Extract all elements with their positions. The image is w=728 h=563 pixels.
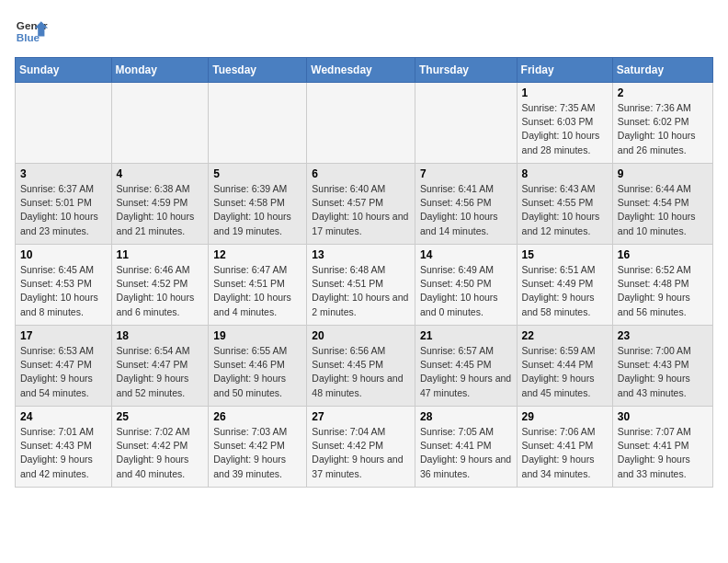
calendar-cell: 16Sunrise: 6:52 AM Sunset: 4:48 PM Dayli… [612,245,712,326]
day-number: 2 [618,86,708,99]
calendar-cell: 22Sunrise: 6:59 AM Sunset: 4:44 PM Dayli… [517,326,612,407]
day-info: Sunrise: 6:39 AM Sunset: 4:58 PM Dayligh… [213,182,301,238]
day-number: 8 [522,167,608,180]
calendar-cell: 27Sunrise: 7:04 AM Sunset: 4:42 PM Dayli… [307,407,415,488]
day-number: 12 [213,248,301,261]
day-number: 25 [117,410,204,423]
day-number: 21 [420,329,512,342]
day-info: Sunrise: 7:00 AM Sunset: 4:43 PM Dayligh… [618,344,708,400]
calendar-cell: 12Sunrise: 6:47 AM Sunset: 4:51 PM Dayli… [209,245,307,326]
day-number: 9 [618,167,708,180]
calendar-cell [209,83,307,164]
day-number: 16 [618,248,708,261]
day-info: Sunrise: 6:45 AM Sunset: 4:53 PM Dayligh… [20,263,107,319]
calendar-cell: 20Sunrise: 6:56 AM Sunset: 4:45 PM Dayli… [307,326,415,407]
calendar-cell: 11Sunrise: 6:46 AM Sunset: 4:52 PM Dayli… [111,245,209,326]
day-number: 15 [522,248,608,261]
day-info: Sunrise: 6:51 AM Sunset: 4:49 PM Dayligh… [522,263,608,319]
calendar-cell: 1Sunrise: 7:35 AM Sunset: 6:03 PM Daylig… [517,83,612,164]
calendar-cell [307,83,415,164]
header-thursday: Thursday [415,58,517,83]
day-number: 11 [117,248,204,261]
calendar-cell: 21Sunrise: 6:57 AM Sunset: 4:45 PM Dayli… [415,326,517,407]
svg-text:Blue: Blue [17,31,40,43]
day-info: Sunrise: 7:02 AM Sunset: 4:42 PM Dayligh… [117,425,204,481]
day-number: 30 [618,410,708,423]
day-info: Sunrise: 7:07 AM Sunset: 4:41 PM Dayligh… [618,425,708,481]
calendar-cell: 30Sunrise: 7:07 AM Sunset: 4:41 PM Dayli… [612,407,712,488]
day-number: 26 [213,410,301,423]
day-number: 19 [213,329,301,342]
calendar-cell [16,83,112,164]
day-info: Sunrise: 6:47 AM Sunset: 4:51 PM Dayligh… [213,263,301,319]
calendar-cell: 19Sunrise: 6:55 AM Sunset: 4:46 PM Dayli… [209,326,307,407]
page-header: General Blue [15,15,713,48]
day-number: 28 [420,410,512,423]
calendar-cell [111,83,209,164]
day-number: 14 [420,248,512,261]
header-tuesday: Tuesday [209,58,307,83]
day-info: Sunrise: 6:46 AM Sunset: 4:52 PM Dayligh… [117,263,204,319]
calendar-cell: 13Sunrise: 6:48 AM Sunset: 4:51 PM Dayli… [307,245,415,326]
calendar-cell: 3Sunrise: 6:37 AM Sunset: 5:01 PM Daylig… [16,164,112,245]
calendar-cell: 15Sunrise: 6:51 AM Sunset: 4:49 PM Dayli… [517,245,612,326]
header-sunday: Sunday [16,58,112,83]
day-number: 27 [312,410,410,423]
day-info: Sunrise: 6:55 AM Sunset: 4:46 PM Dayligh… [213,344,301,400]
calendar-header-row: SundayMondayTuesdayWednesdayThursdayFrid… [16,58,713,83]
day-info: Sunrise: 6:52 AM Sunset: 4:48 PM Dayligh… [618,263,708,319]
logo: General Blue [15,15,48,48]
calendar-cell: 7Sunrise: 6:41 AM Sunset: 4:56 PM Daylig… [415,164,517,245]
day-number: 18 [117,329,204,342]
day-number: 29 [522,410,608,423]
calendar-cell: 6Sunrise: 6:40 AM Sunset: 4:57 PM Daylig… [307,164,415,245]
day-number: 5 [213,167,301,180]
calendar-cell: 8Sunrise: 6:43 AM Sunset: 4:55 PM Daylig… [517,164,612,245]
calendar-cell: 9Sunrise: 6:44 AM Sunset: 4:54 PM Daylig… [612,164,712,245]
day-number: 22 [522,329,608,342]
day-info: Sunrise: 6:53 AM Sunset: 4:47 PM Dayligh… [20,344,107,400]
calendar-week-4: 24Sunrise: 7:01 AM Sunset: 4:43 PM Dayli… [16,407,713,488]
calendar-cell: 14Sunrise: 6:49 AM Sunset: 4:50 PM Dayli… [415,245,517,326]
header-friday: Friday [517,58,612,83]
day-info: Sunrise: 7:05 AM Sunset: 4:41 PM Dayligh… [420,425,512,481]
day-info: Sunrise: 6:38 AM Sunset: 4:59 PM Dayligh… [117,182,204,238]
calendar-cell: 29Sunrise: 7:06 AM Sunset: 4:41 PM Dayli… [517,407,612,488]
day-number: 20 [312,329,410,342]
calendar-cell: 5Sunrise: 6:39 AM Sunset: 4:58 PM Daylig… [209,164,307,245]
header-wednesday: Wednesday [307,58,415,83]
calendar-table: SundayMondayTuesdayWednesdayThursdayFrid… [15,57,713,488]
day-info: Sunrise: 6:37 AM Sunset: 5:01 PM Dayligh… [20,182,107,238]
day-number: 24 [20,410,107,423]
calendar-cell: 2Sunrise: 7:36 AM Sunset: 6:02 PM Daylig… [612,83,712,164]
calendar-cell: 24Sunrise: 7:01 AM Sunset: 4:43 PM Dayli… [16,407,112,488]
day-info: Sunrise: 6:41 AM Sunset: 4:56 PM Dayligh… [420,182,512,238]
day-number: 1 [522,86,608,99]
day-info: Sunrise: 6:48 AM Sunset: 4:51 PM Dayligh… [312,263,410,319]
day-number: 17 [20,329,107,342]
day-number: 4 [117,167,204,180]
calendar-cell: 18Sunrise: 6:54 AM Sunset: 4:47 PM Dayli… [111,326,209,407]
logo-icon: General Blue [15,15,48,48]
calendar-cell: 26Sunrise: 7:03 AM Sunset: 4:42 PM Dayli… [209,407,307,488]
day-info: Sunrise: 6:49 AM Sunset: 4:50 PM Dayligh… [420,263,512,319]
day-info: Sunrise: 6:43 AM Sunset: 4:55 PM Dayligh… [522,182,608,238]
calendar-cell: 10Sunrise: 6:45 AM Sunset: 4:53 PM Dayli… [16,245,112,326]
calendar-week-3: 17Sunrise: 6:53 AM Sunset: 4:47 PM Dayli… [16,326,713,407]
day-info: Sunrise: 7:01 AM Sunset: 4:43 PM Dayligh… [20,425,107,481]
day-info: Sunrise: 6:57 AM Sunset: 4:45 PM Dayligh… [420,344,512,400]
day-info: Sunrise: 6:40 AM Sunset: 4:57 PM Dayligh… [312,182,410,238]
day-info: Sunrise: 7:35 AM Sunset: 6:03 PM Dayligh… [522,101,608,157]
day-info: Sunrise: 7:36 AM Sunset: 6:02 PM Dayligh… [618,101,708,157]
day-number: 6 [312,167,410,180]
calendar-week-2: 10Sunrise: 6:45 AM Sunset: 4:53 PM Dayli… [16,245,713,326]
day-number: 10 [20,248,107,261]
calendar-cell [415,83,517,164]
day-info: Sunrise: 7:03 AM Sunset: 4:42 PM Dayligh… [213,425,301,481]
day-info: Sunrise: 6:56 AM Sunset: 4:45 PM Dayligh… [312,344,410,400]
day-info: Sunrise: 7:04 AM Sunset: 4:42 PM Dayligh… [312,425,410,481]
calendar-cell: 4Sunrise: 6:38 AM Sunset: 4:59 PM Daylig… [111,164,209,245]
day-info: Sunrise: 7:06 AM Sunset: 4:41 PM Dayligh… [522,425,608,481]
day-info: Sunrise: 6:44 AM Sunset: 4:54 PM Dayligh… [618,182,708,238]
day-number: 3 [20,167,107,180]
